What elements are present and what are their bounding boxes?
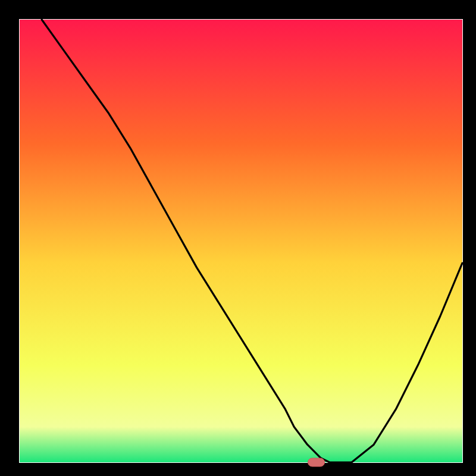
gradient-background (20, 20, 462, 462)
chart-frame: TheBottleneck.com (0, 0, 476, 476)
optimal-point-marker (308, 458, 325, 466)
bottleneck-chart (0, 0, 476, 476)
